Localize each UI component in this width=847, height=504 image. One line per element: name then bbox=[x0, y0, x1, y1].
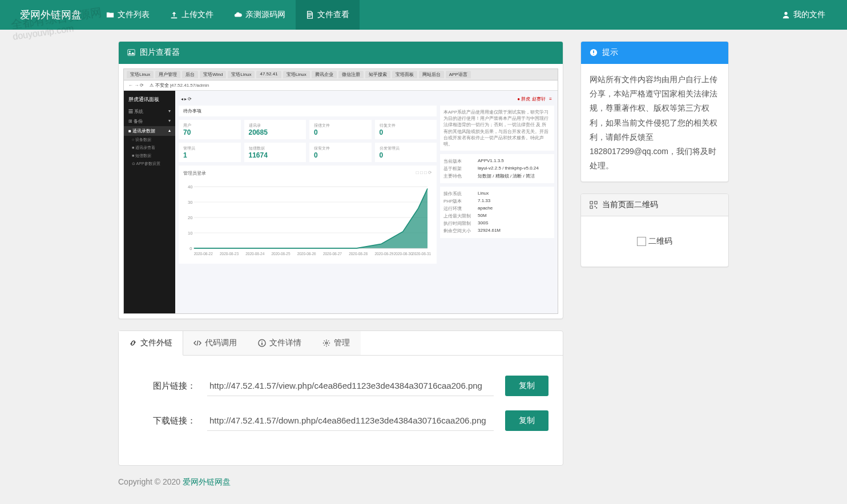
svg-rect-27 bbox=[595, 201, 597, 204]
svg-rect-28 bbox=[590, 206, 592, 208]
download-link-row: 下载链接： 复制 bbox=[133, 410, 548, 431]
brand-title: 爱网外链网盘 bbox=[11, 8, 90, 22]
download-link-input[interactable] bbox=[207, 410, 494, 431]
user-icon bbox=[782, 11, 790, 19]
svg-text:10: 10 bbox=[188, 231, 192, 236]
svg-text:0: 0 bbox=[189, 246, 192, 251]
browser-address-bar: ← → ⟳ ⚠ 不安全 | 47.52.41.57/admin bbox=[124, 80, 558, 91]
svg-rect-30 bbox=[596, 208, 597, 209]
qrcode-icon bbox=[590, 201, 598, 209]
area-chart: 403020100 2020-08-222020-08-232020-08-24… bbox=[183, 178, 432, 257]
footer: Copyright © 2020 爱网外链网盘 bbox=[110, 477, 737, 499]
qrcode-panel: 当前页面二维码 二维码 bbox=[580, 193, 729, 267]
download-link-label: 下载链接： bbox=[133, 416, 196, 426]
browser-tabs-bar: 宝塔Linux用户管理后台宝塔Wind宝塔Linux47.52.41宝塔Linu… bbox=[124, 69, 558, 80]
svg-text:2020-08-23: 2020-08-23 bbox=[220, 252, 239, 256]
svg-rect-1 bbox=[128, 50, 135, 56]
footer-copyright: Copyright © 2020 bbox=[118, 477, 183, 486]
tab-file-detail[interactable]: 文件详情 bbox=[248, 331, 312, 355]
svg-rect-26 bbox=[590, 201, 592, 204]
exclamation-icon bbox=[590, 49, 598, 57]
svg-point-0 bbox=[784, 12, 787, 15]
image-link-label: 图片链接： bbox=[133, 381, 196, 392]
top-navbar: 爱网外链网盘 文件列表 上传文件 亲测源码网 文件查看 我的文件 bbox=[0, 0, 847, 30]
image-link-input[interactable] bbox=[207, 376, 494, 396]
svg-text:30: 30 bbox=[188, 200, 192, 205]
dashboard-sidebar: 胖虎通讯面板 ☰ 系统▾ ⊞ 备份▾ ■ 通讯录数据▴ ○ 设备数据 ■ 通讯录… bbox=[124, 91, 175, 313]
nav-file-view[interactable]: 文件查看 bbox=[296, 0, 360, 30]
upload-icon bbox=[170, 11, 178, 19]
link-icon bbox=[129, 339, 137, 347]
preview-image[interactable]: 宝塔Linux用户管理后台宝塔Wind宝塔Linux47.52.41宝塔Linu… bbox=[123, 68, 558, 314]
svg-text:2020-08-29: 2020-08-29 bbox=[374, 252, 393, 256]
svg-text:2020-08-25: 2020-08-25 bbox=[271, 252, 290, 256]
svg-text:2020-08-26: 2020-08-26 bbox=[297, 252, 316, 256]
viewer-title: 图片查看器 bbox=[140, 47, 180, 58]
nav-source-site[interactable]: 亲测源码网 bbox=[224, 0, 296, 30]
svg-text:2020-08-31: 2020-08-31 bbox=[412, 252, 431, 256]
file-icon bbox=[306, 11, 314, 19]
svg-text:20: 20 bbox=[188, 215, 192, 220]
code-icon bbox=[193, 339, 201, 347]
image-viewer-panel: 图片查看器 宝塔Linux用户管理后台宝塔Wind宝塔Linux47.52.41… bbox=[118, 41, 563, 319]
links-tabs-panel: 文件外链 代码调用 文件详情 管理 图片链接： bbox=[118, 330, 563, 466]
svg-text:40: 40 bbox=[188, 184, 192, 189]
svg-point-24 bbox=[325, 342, 328, 344]
download-link-copy-button[interactable]: 复制 bbox=[505, 410, 548, 431]
nav-file-list[interactable]: 文件列表 bbox=[96, 0, 160, 30]
qrcode-title: 当前页面二维码 bbox=[602, 200, 658, 210]
footer-brand-link[interactable]: 爱网外链网盘 bbox=[183, 477, 231, 486]
notice-panel: 提示 网站所有文件内容均由用户自行上传分享，本站严格遵守国家相关法律法规，尊重著… bbox=[580, 41, 729, 182]
cloud-icon bbox=[234, 11, 242, 19]
tab-code-call[interactable]: 代码调用 bbox=[183, 331, 248, 355]
info-icon bbox=[258, 339, 266, 347]
tab-bar: 文件外链 代码调用 文件详情 管理 bbox=[119, 331, 563, 356]
nav-upload-file[interactable]: 上传文件 bbox=[160, 0, 224, 30]
image-link-row: 图片链接： 复制 bbox=[133, 376, 548, 396]
tab-file-link[interactable]: 文件外链 bbox=[119, 331, 183, 356]
svg-text:2020-08-24: 2020-08-24 bbox=[245, 252, 264, 256]
nav-my-files[interactable]: 我的文件 bbox=[772, 0, 836, 30]
folder-icon bbox=[106, 11, 114, 19]
svg-text:2020-08-27: 2020-08-27 bbox=[323, 252, 342, 256]
svg-point-2 bbox=[129, 51, 131, 53]
svg-text:2020-08-30: 2020-08-30 bbox=[394, 252, 413, 256]
qrcode-image-placeholder: 二维码 bbox=[590, 225, 720, 258]
notice-body: 网站所有文件内容均由用户自行上传分享，本站严格遵守国家相关法律法规，尊重著作权、… bbox=[590, 72, 720, 173]
svg-text:2020-08-22: 2020-08-22 bbox=[194, 252, 213, 256]
image-link-copy-button[interactable]: 复制 bbox=[505, 376, 548, 396]
svg-rect-29 bbox=[595, 206, 596, 207]
notice-title: 提示 bbox=[602, 47, 618, 58]
gear-icon bbox=[322, 339, 330, 347]
tab-manage[interactable]: 管理 bbox=[312, 331, 361, 355]
image-icon bbox=[127, 49, 135, 57]
svg-text:2020-08-28: 2020-08-28 bbox=[349, 252, 368, 256]
